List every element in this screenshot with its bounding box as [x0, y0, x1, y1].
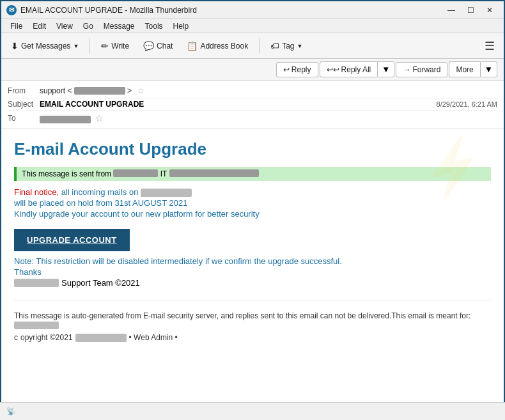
menu-edit[interactable]: Edit: [27, 20, 51, 32]
final-notice-text: Final notice,: [14, 187, 59, 197]
statusbar: 📡: [0, 402, 505, 420]
more-button[interactable]: More: [449, 61, 479, 77]
email-body: ⚡ E-mail Account Upgrade This message is…: [1, 129, 504, 403]
hamburger-menu-button[interactable]: ☰: [479, 36, 500, 56]
copyright-blurred: [75, 334, 127, 342]
to-value: ☆: [40, 113, 497, 123]
warning-bar: This message is sent from IT: [14, 167, 491, 181]
support-team-text: Support Team ©2021: [61, 278, 140, 288]
action-bar: ↩ Reply ↩↩ Reply All ▼ → Forward More ▼: [1, 59, 504, 81]
reply-all-button[interactable]: ↩↩ Reply All: [320, 61, 378, 77]
minimize-button[interactable]: —: [442, 4, 460, 17]
titlebar: ✉ EMAIL ACCOUNT UPGRADE - Mozilla Thunde…: [1, 1, 504, 19]
reply-all-dropdown-button[interactable]: ▼: [377, 61, 394, 77]
from-star-icon[interactable]: ☆: [137, 86, 144, 95]
menubar: File Edit View Go Message Tools Help: [1, 19, 504, 33]
email-date: 8/29/2021, 6:21 AM: [437, 100, 497, 108]
menu-view[interactable]: View: [51, 20, 78, 32]
menu-message[interactable]: Message: [98, 20, 140, 32]
auto-msg-blurred: [14, 322, 59, 329]
tag-icon: 🏷: [270, 41, 279, 51]
reply-all-split-button: ↩↩ Reply All ▼: [320, 61, 395, 77]
subject-label: Subject: [8, 100, 40, 109]
auto-message: This message is auto-generated from E-ma…: [14, 300, 491, 329]
from-value: support < > ☆: [40, 86, 497, 95]
warning-text: This message is sent from IT: [22, 169, 259, 178]
write-icon: ✏: [101, 41, 109, 51]
maximize-button[interactable]: ☐: [462, 4, 479, 17]
address-book-icon: 📋: [187, 41, 198, 51]
to-row: To ☆: [8, 111, 497, 126]
to-star-icon[interactable]: ☆: [95, 113, 104, 123]
support-name-blurred: [14, 279, 59, 287]
to-label: To: [8, 114, 40, 123]
copyright-row: c opyright ©2021 • Web Admin •: [14, 333, 491, 342]
upgrade-account-button[interactable]: UPGRADE ACCOUNT: [14, 229, 130, 251]
body-line3: Kindly upgrade your account to our new p…: [14, 209, 491, 219]
reply-all-icon: ↩↩: [327, 65, 339, 74]
chat-button[interactable]: 💬 Chat: [137, 38, 178, 54]
toolbar-separator: [89, 38, 90, 54]
to-address-blurred: [40, 116, 91, 123]
support-row: Support Team ©2021: [14, 278, 491, 288]
menu-tools[interactable]: Tools: [140, 20, 168, 32]
statusbar-icon: 📡: [6, 407, 15, 416]
tag-dropdown-icon[interactable]: ▼: [297, 43, 303, 49]
body-line1: Final notice, all incoming mails on: [14, 187, 491, 197]
toolbar: ⬇ Get Messages ▼ ✏ Write 💬 Chat 📋 Addres…: [1, 33, 504, 59]
more-dropdown-button[interactable]: ▼: [480, 61, 497, 77]
from-address-blurred: [74, 87, 125, 95]
get-messages-icon: ⬇: [11, 41, 19, 51]
thanks-text: Thanks: [14, 267, 491, 277]
forward-button[interactable]: → Forward: [396, 62, 447, 77]
email-title: E-mail Account Upgrade: [14, 139, 491, 159]
forward-icon: →: [403, 65, 410, 74]
email-header: From support < > ☆ Subject EMAIL ACCOUNT…: [1, 81, 504, 129]
chat-icon: 💬: [143, 41, 154, 51]
window-controls: — ☐ ✕: [442, 4, 499, 17]
body-line2: will be placed on hold from 31st AUGUST …: [14, 198, 491, 208]
note-text: Note: This restriction will be disabled …: [14, 256, 491, 266]
menu-go[interactable]: Go: [78, 20, 98, 32]
warning-blurred-bar: [169, 169, 259, 177]
subject-value: EMAIL ACCOUNT UPGRADE: [40, 100, 437, 109]
from-label: From: [8, 86, 40, 95]
toolbar-separator-2: [259, 38, 260, 54]
get-messages-button[interactable]: ⬇ Get Messages ▼: [5, 38, 84, 54]
more-split-button: More ▼: [449, 61, 497, 77]
from-row: From support < > ☆: [8, 83, 497, 98]
menu-help[interactable]: Help: [168, 20, 194, 32]
domain-blurred-1: [141, 189, 192, 197]
warning-blurred-name: [113, 169, 158, 177]
reply-icon: ↩: [283, 65, 290, 74]
subject-row: Subject EMAIL ACCOUNT UPGRADE 8/29/2021,…: [8, 98, 497, 111]
reply-button[interactable]: ↩ Reply: [276, 62, 318, 77]
window-title: EMAIL ACCOUNT UPGRADE - Mozilla Thunderb…: [20, 6, 442, 15]
menu-file[interactable]: File: [5, 20, 27, 32]
write-button[interactable]: ✏ Write: [95, 38, 135, 54]
address-book-button[interactable]: 📋 Address Book: [181, 38, 254, 54]
close-button[interactable]: ✕: [481, 4, 499, 17]
get-messages-dropdown-icon[interactable]: ▼: [73, 43, 79, 49]
app-icon: ✉: [6, 5, 17, 15]
tag-button[interactable]: 🏷 Tag ▼: [265, 38, 308, 54]
